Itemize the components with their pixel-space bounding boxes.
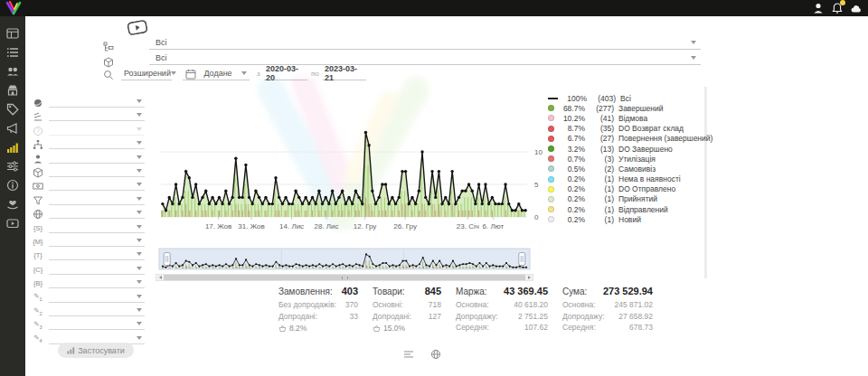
filter-select-money[interactable]: [49, 179, 145, 191]
navigator-handle[interactable]: [519, 253, 525, 266]
legend-item[interactable]: 0.7%(3)Утилізація: [548, 154, 712, 164]
person-icon: [33, 152, 43, 163]
stat-sub-value: Допродажу:: [562, 311, 605, 323]
apply-filters-button[interactable]: Застосувати: [58, 343, 134, 358]
stat-sub-value: Основні:: [373, 299, 403, 311]
chart-scrollbar[interactable]: [156, 274, 533, 281]
filter-select-help[interactable]: [49, 124, 145, 136]
legend-text: 10.2%: [558, 114, 585, 123]
filter-select-pencil-1[interactable]: [49, 291, 145, 303]
legend-text: Самовивіз: [618, 164, 656, 174]
legend-item[interactable]: 0.2%(1)Прийнятий: [548, 194, 712, 204]
filter-select-braces-T[interactable]: [49, 249, 145, 260]
legend-item[interactable]: 0.2%(1)Відправлений: [548, 204, 712, 214]
filter-row-pencil-2: ✎2: [27, 303, 145, 316]
legend-item[interactable]: 0.2%(1)Нема в наявності: [548, 174, 712, 184]
filter-select-package[interactable]: [49, 165, 145, 177]
sidebar-item-store[interactable]: [6, 84, 19, 97]
sidebar-item-price-tags[interactable]: [6, 103, 19, 116]
sidebar-item-marketing[interactable]: [6, 122, 19, 135]
stat-sub-value: 40 618.20: [514, 299, 548, 311]
sidebar-item-analytics[interactable]: [6, 141, 19, 154]
product-select[interactable]: Всі: [149, 52, 701, 65]
legend-text: (1): [589, 194, 614, 203]
legend-text: 8.7%: [558, 124, 585, 133]
video-guide-icon[interactable]: [127, 19, 148, 36]
money-icon: [33, 179, 43, 190]
bar-chart-icon: [67, 346, 75, 354]
filter-select-braces-C[interactable]: [49, 263, 145, 275]
filter-select-braces-S[interactable]: [49, 221, 145, 233]
legend-marker: [548, 136, 554, 142]
navigator-handle[interactable]: [164, 253, 170, 266]
filter-select-sitemap[interactable]: [49, 137, 145, 149]
cloud-icon[interactable]: [850, 2, 863, 14]
filter-row-pencil-1: ✎1: [27, 289, 145, 303]
product-filter-row: Всі: [103, 53, 114, 68]
sidebar-item-orders-list[interactable]: [6, 46, 19, 59]
legend-text: 6.7%: [558, 134, 585, 143]
legend-item[interactable]: 68.7%(277)Завершений: [548, 103, 712, 113]
filter-select-braces-M[interactable]: [49, 235, 145, 247]
stat-sub-value: Середня:: [456, 322, 489, 334]
legend-item[interactable]: 6.7%(27)Повернення (завершений): [548, 134, 712, 144]
legend-text: 0.2%: [558, 184, 585, 193]
legend-text: Нема в наявності: [618, 174, 681, 183]
legend-text: Завершений: [618, 104, 663, 113]
pencil-1-icon: ✎1: [33, 292, 43, 302]
stat-column: Замовлення:403Без допродажів:370Допродан…: [278, 286, 358, 334]
scroll-right-arrow[interactable]: [525, 275, 533, 280]
filter-select-funnel[interactable]: [49, 193, 145, 205]
legend-item[interactable]: 0.5%(2)Самовивіз: [548, 164, 712, 174]
legend-text: 0.5%: [558, 164, 585, 174]
orders-chart: 051017. Жов31. Жов14. Лис28. Лис12. Гру2…: [154, 81, 542, 235]
app-logo[interactable]: [5, 1, 23, 15]
legend-item[interactable]: 8.7%(35)DO Возврат склад: [548, 124, 712, 134]
legend-marker: [548, 105, 554, 111]
chart-navigator[interactable]: [157, 246, 532, 273]
legend-text: (1): [589, 174, 614, 183]
stat-sub-value: Допродажу:: [456, 311, 498, 323]
filter-select-pencil-3[interactable]: [49, 318, 145, 330]
sidebar-item-partners[interactable]: [6, 198, 19, 211]
pencil-3-icon: ✎3: [33, 320, 43, 330]
user-icon[interactable]: [812, 2, 825, 14]
stat-sub-value: 678.73: [629, 322, 653, 334]
filter-select-planet[interactable]: [49, 96, 145, 108]
legend-item[interactable]: 0.2%(1)DO Отправлено: [548, 184, 712, 194]
category-select-value: Всі: [156, 38, 167, 47]
filter-select-pencil-2[interactable]: [49, 305, 145, 316]
scroll-left-arrow[interactable]: [156, 275, 164, 280]
legend-marker: [548, 98, 558, 99]
legend-item[interactable]: 0.2%(1)Новий: [548, 214, 712, 224]
stat-value: Маржа:: [456, 287, 487, 296]
search-mode-select[interactable]: Розширений: [121, 67, 172, 80]
sidebar-item-video-tutorials[interactable]: [6, 217, 19, 230]
legend-text: (41): [589, 114, 614, 123]
stat-value: Замовлення:: [278, 287, 333, 296]
legend-item[interactable]: 3.2%(13)DO Завершено: [548, 144, 712, 154]
scrollbar-thumb[interactable]: [164, 275, 525, 280]
filter-select-layers[interactable]: [49, 109, 145, 121]
braces-t-icon: {T}: [33, 251, 43, 259]
sidebar-item-dashboard[interactable]: [6, 27, 19, 40]
legend-marker: [548, 165, 554, 172]
sidebar-item-users[interactable]: [6, 65, 19, 78]
filter-select-person[interactable]: [49, 152, 145, 164]
notifications-bell-icon[interactable]: [831, 2, 844, 14]
legend-text: 0.7%: [558, 155, 585, 164]
list-icon[interactable]: [403, 347, 414, 363]
sidebar-item-settings[interactable]: [6, 160, 19, 173]
filter-select-braces-B[interactable]: [49, 277, 145, 288]
globe-icon[interactable]: [430, 347, 441, 363]
stat-column: Товари:845Основні:718Допродані:12715.0%: [373, 286, 441, 334]
stat-sub-value: 127: [429, 311, 441, 323]
legend-item[interactable]: 10.2%(41)Відмова: [548, 113, 712, 123]
legend-text: (2): [589, 164, 614, 174]
filter-select-globe[interactable]: [49, 207, 145, 219]
legend-item[interactable]: 100%(403)Всі: [548, 93, 712, 103]
topbar: [0, 0, 868, 16]
category-select[interactable]: Всі: [149, 36, 701, 50]
basket-icon: [373, 324, 381, 333]
sidebar-item-info[interactable]: [6, 179, 19, 192]
